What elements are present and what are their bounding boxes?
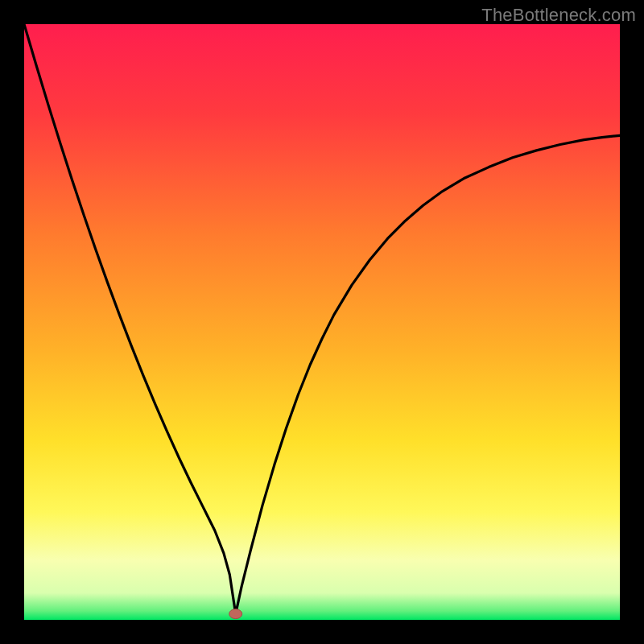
chart-svg bbox=[24, 24, 620, 620]
plot-area bbox=[24, 24, 620, 620]
gradient-background bbox=[24, 24, 620, 620]
chart-frame: TheBottleneck.com bbox=[0, 0, 644, 644]
bottleneck-marker bbox=[229, 609, 242, 619]
watermark-text: TheBottleneck.com bbox=[481, 5, 636, 26]
